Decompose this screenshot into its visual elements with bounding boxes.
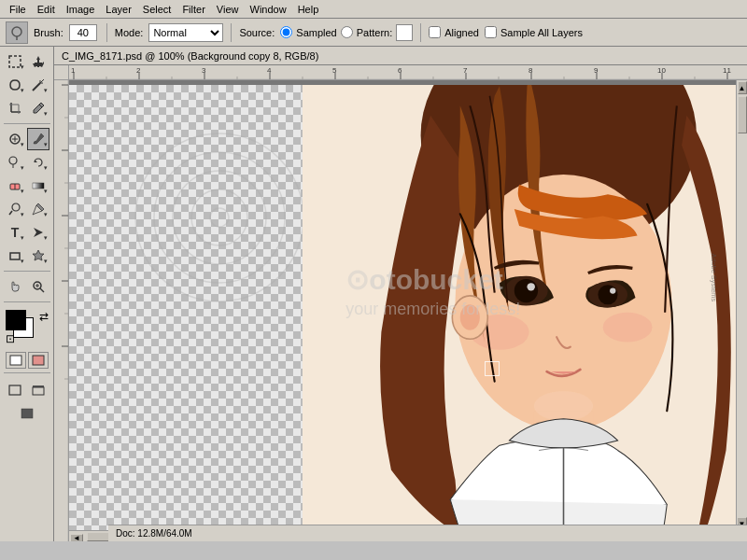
tool-hand[interactable] <box>4 275 26 298</box>
menu-filter[interactable]: Filter <box>176 2 210 17</box>
svg-text:10: 10 <box>657 66 666 75</box>
svg-point-16 <box>9 157 17 164</box>
separator-2 <box>231 23 232 42</box>
menu-select[interactable]: Select <box>137 2 177 17</box>
vertical-scrollbar[interactable]: ▲ ▼ <box>736 80 747 530</box>
status-bar: Doc: 12.8M/64.0M <box>108 525 747 541</box>
svg-rect-21 <box>33 183 44 189</box>
svg-line-23 <box>9 211 12 215</box>
swap-colors-icon[interactable]: ⇄ <box>39 310 49 323</box>
svg-point-97 <box>527 283 534 290</box>
current-tool-icon <box>6 21 28 44</box>
menu-help[interactable]: Help <box>292 2 325 17</box>
main-area: ▾ ▾ ▾ <box>0 47 747 541</box>
screen-mode-full[interactable] <box>16 402 38 425</box>
svg-rect-32 <box>33 356 44 365</box>
menu-window[interactable]: Window <box>245 2 292 17</box>
svg-text:2: 2 <box>136 66 141 75</box>
brush-cursor <box>485 361 500 376</box>
document-title-bar: C_IMG_8171.psd @ 100% (Background copy 8… <box>54 47 747 65</box>
svg-text:4: 4 <box>267 66 272 75</box>
standard-mode-icon[interactable] <box>6 352 26 369</box>
ruler-corner <box>54 65 69 80</box>
sampled-label: Sampled <box>296 27 336 38</box>
ruler-left: 4 5 6 7 8 <box>54 80 69 541</box>
svg-point-86 <box>135 133 303 301</box>
svg-rect-36 <box>21 409 33 418</box>
svg-marker-24 <box>34 228 43 237</box>
menu-view[interactable]: View <box>211 2 245 17</box>
menu-file[interactable]: File <box>4 2 32 17</box>
canvas-scroll[interactable]: Adobe Systems ⊙otobucket your memories f… <box>69 80 747 541</box>
tool-zoom[interactable] <box>27 275 49 298</box>
mode-select[interactable]: Normal <box>148 23 223 42</box>
tool-marquee[interactable]: ▾ <box>4 50 26 73</box>
tool-move[interactable] <box>27 50 49 73</box>
tool-pen[interactable]: ▾ <box>27 198 49 220</box>
tool-gradient[interactable]: ▾ <box>27 175 49 197</box>
tool-lasso[interactable]: ▾ <box>4 74 26 96</box>
color-swatches: ⊡ ⇄ <box>6 310 49 347</box>
svg-rect-31 <box>10 356 21 365</box>
tool-separator-1 <box>4 123 50 124</box>
svg-text:1: 1 <box>71 66 76 75</box>
tool-separator-2 <box>4 271 50 272</box>
screen-mode-std[interactable] <box>4 379 26 401</box>
document-title: C_IMG_8171.psd @ 100% (Background copy 8… <box>62 50 318 62</box>
svg-text:7: 7 <box>463 66 468 75</box>
svg-marker-3 <box>33 56 44 67</box>
tool-eraser[interactable]: ▾ <box>4 175 26 197</box>
tool-shape-custom[interactable]: ▾ <box>27 245 49 267</box>
svg-rect-35 <box>33 387 44 395</box>
brush-size-input[interactable] <box>69 24 97 41</box>
svg-point-88 <box>173 171 266 264</box>
artwork-image: Adobe Systems ⊙otobucket your memories f… <box>303 85 736 530</box>
svg-marker-26 <box>33 250 44 260</box>
svg-point-106 <box>460 304 480 329</box>
mode-icons <box>6 352 49 369</box>
scroll-thumb-v[interactable] <box>738 96 747 133</box>
tool-clone[interactable]: ▾ <box>4 151 26 174</box>
tool-history[interactable]: ▾ <box>27 151 49 174</box>
aligned-checkbox[interactable] <box>429 26 441 38</box>
pattern-swatch[interactable] <box>396 24 413 41</box>
tool-separator-4 <box>4 372 50 373</box>
svg-text:6: 6 <box>398 66 402 75</box>
tool-crop[interactable] <box>4 97 26 119</box>
source-radio-group: Sampled Pattern: <box>280 24 413 41</box>
foreground-color-swatch[interactable] <box>6 310 26 330</box>
tool-text[interactable]: T ▾ <box>4 221 26 244</box>
tool-path-select[interactable]: ▾ <box>27 221 49 244</box>
tool-separator-3 <box>4 301 50 302</box>
scroll-left-arrow[interactable]: ◄ <box>70 534 83 542</box>
quick-mask-icon[interactable] <box>28 352 49 369</box>
tool-shape[interactable]: ▾ <box>4 245 26 267</box>
pattern-radio[interactable] <box>341 26 353 38</box>
svg-point-0 <box>12 27 21 36</box>
menu-layer[interactable]: Layer <box>100 2 137 17</box>
svg-text:8: 8 <box>529 66 533 75</box>
sampled-radio[interactable] <box>280 26 292 38</box>
screen-mode-full-menu[interactable] <box>27 379 49 401</box>
svg-point-22 <box>12 203 20 211</box>
reset-colors-icon[interactable]: ⊡ <box>6 332 15 345</box>
menu-edit[interactable]: Edit <box>32 2 61 17</box>
tool-brush[interactable]: ▾ <box>27 128 49 150</box>
tool-dodge[interactable]: ▾ <box>4 198 26 220</box>
svg-rect-2 <box>9 56 21 67</box>
menu-image[interactable]: Image <box>61 2 101 17</box>
tool-eyedropper[interactable]: ▾ <box>27 97 49 119</box>
status-doc-size: Doc: 12.8M/64.0M <box>116 528 192 539</box>
svg-text:Adobe Systems: Adobe Systems <box>710 253 718 301</box>
svg-point-90 <box>210 208 229 227</box>
mode-label: Mode: <box>115 27 144 38</box>
tool-magic-wand[interactable]: ▾ <box>27 74 49 96</box>
scroll-up-arrow[interactable]: ▲ <box>738 81 747 94</box>
svg-point-87 <box>154 152 285 283</box>
svg-text:9: 9 <box>594 66 599 75</box>
svg-line-4 <box>33 83 40 91</box>
sample-all-checkbox[interactable] <box>485 26 497 38</box>
tool-spot-heal[interactable]: ▾ <box>4 128 26 150</box>
separator-3 <box>420 23 421 42</box>
pattern-label: Pattern: <box>357 27 393 38</box>
